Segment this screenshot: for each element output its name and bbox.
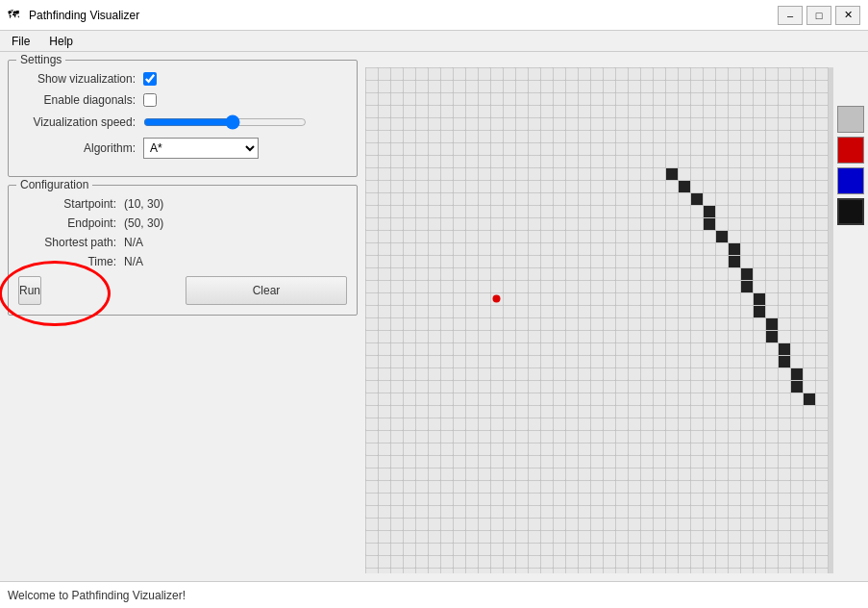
clear-button[interactable]: Clear — [186, 276, 347, 305]
settings-group-title: Settings — [16, 53, 65, 66]
grid-area — [365, 52, 868, 581]
endpoint-row: Endpoint: (50, 30) — [18, 216, 347, 230]
button-row: Run Clear — [18, 276, 347, 305]
speed-slider[interactable] — [143, 114, 307, 130]
menu-file[interactable]: File — [4, 33, 37, 49]
app-icon: 🗺 — [8, 8, 23, 23]
swatch-eraser[interactable] — [837, 106, 864, 133]
run-button-wrapper: Run — [18, 276, 178, 305]
menu-bar: File Help — [0, 31, 868, 52]
swatch-blue[interactable] — [837, 167, 864, 194]
startpoint-row: Startpoint: (10, 30) — [18, 197, 347, 211]
speed-label: Vizualization speed: — [18, 115, 143, 129]
shortest-path-row: Shortest path: N/A — [18, 236, 347, 249]
configuration-group-title: Configuration — [16, 178, 92, 191]
enable-diag-row: Enable diagonals: — [18, 93, 347, 107]
show-viz-label: Show vizualization: — [18, 72, 143, 86]
window-controls: – □ ✕ — [778, 6, 860, 25]
configuration-group: Configuration Startpoint: (10, 30) Endpo… — [8, 185, 358, 316]
color-palette — [833, 98, 868, 573]
swatch-black[interactable] — [837, 198, 864, 225]
title-bar: 🗺 Pathfinding Visualizer – □ ✕ — [0, 0, 868, 31]
run-button[interactable]: Run — [18, 276, 41, 305]
algorithm-label: Algorithm: — [18, 141, 143, 155]
enable-diag-label: Enable diagonals: — [18, 93, 143, 107]
window-title: Pathfinding Visualizer — [29, 9, 139, 22]
time-value: N/A — [124, 255, 143, 268]
status-bar: Welcome to Pathfinding Vizualizer! — [0, 581, 868, 608]
enable-diag-checkbox[interactable] — [143, 93, 157, 107]
shortest-path-value: N/A — [124, 236, 143, 249]
endpoint-value: (50, 30) — [124, 216, 163, 230]
algorithm-row: Algorithm: A* Dijkstra BFS DFS — [18, 138, 347, 159]
menu-help[interactable]: Help — [41, 33, 81, 49]
swatch-red[interactable] — [837, 137, 864, 164]
main-content: Settings Show vizualization: Enable diag… — [0, 52, 868, 581]
speed-row: Vizualization speed: — [18, 114, 347, 130]
settings-group: Settings Show vizualization: Enable diag… — [8, 60, 358, 177]
time-label: Time: — [18, 255, 124, 268]
shortest-path-label: Shortest path: — [18, 236, 124, 249]
startpoint-value: (10, 30) — [124, 197, 163, 211]
show-viz-row: Show vizualization: — [18, 72, 347, 86]
minimize-button[interactable]: – — [778, 6, 803, 25]
time-row: Time: N/A — [18, 255, 347, 268]
endpoint-label: Endpoint: — [18, 216, 124, 230]
grid-canvas[interactable] — [365, 67, 833, 573]
left-panel: Settings Show vizualization: Enable diag… — [0, 52, 365, 581]
close-button[interactable]: ✕ — [835, 6, 860, 25]
show-viz-checkbox[interactable] — [143, 72, 157, 86]
grid-canvas-wrapper[interactable] — [365, 60, 833, 573]
startpoint-label: Startpoint: — [18, 197, 124, 211]
algorithm-select[interactable]: A* Dijkstra BFS DFS — [143, 138, 259, 159]
status-message: Welcome to Pathfinding Vizualizer! — [8, 589, 186, 602]
maximize-button[interactable]: □ — [806, 6, 831, 25]
